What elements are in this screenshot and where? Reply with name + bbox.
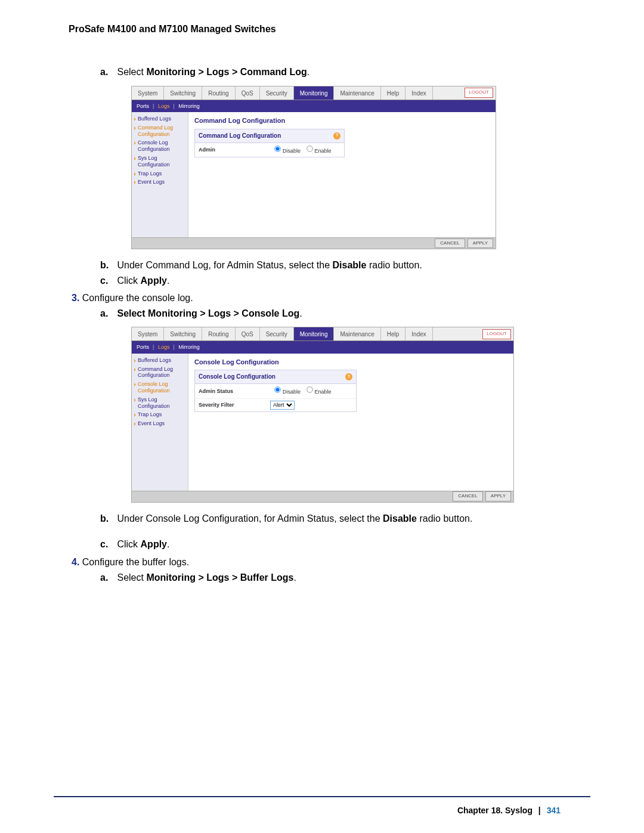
step-bold: Disable bbox=[333, 260, 367, 270]
document-header: ProSafe M4100 and M7100 Managed Switches bbox=[54, 24, 590, 64]
tab-monitoring[interactable]: Monitoring bbox=[294, 327, 335, 340]
tab-switching[interactable]: Switching bbox=[164, 327, 202, 340]
tab-index[interactable]: Index bbox=[405, 327, 432, 340]
step-b2: b. Under Console Log Configuration, for … bbox=[72, 511, 590, 527]
step-text: Select bbox=[117, 572, 146, 583]
tab-system[interactable]: System bbox=[132, 86, 164, 100]
footer-bar: CANCEL APPLY bbox=[132, 237, 496, 249]
tab-switching[interactable]: Switching bbox=[164, 86, 202, 100]
radio-enable[interactable] bbox=[306, 387, 312, 393]
panel-title: Command Log Configuration bbox=[199, 131, 281, 141]
admin-controls: Disable Enable bbox=[270, 145, 340, 155]
step-label: c. bbox=[100, 537, 114, 552]
sidebar-item-syslog[interactable]: Sys Log Configuration bbox=[133, 154, 187, 169]
step-text: Click bbox=[117, 539, 140, 549]
sidebar: Buffered Logs Command Log Configuration … bbox=[132, 354, 188, 491]
admin-label: Admin bbox=[199, 145, 270, 154]
sidebar-item-console-log[interactable]: Console Log Configuration bbox=[133, 380, 187, 395]
content-title: Console Log Configuration bbox=[194, 357, 507, 368]
sidebar-item-command-log[interactable]: Command Log Configuration bbox=[133, 365, 187, 380]
step-number: 3. bbox=[72, 293, 79, 303]
admin-status-label: Admin Status bbox=[199, 387, 270, 395]
subtab-logs[interactable]: Logs bbox=[158, 103, 170, 109]
period: . bbox=[293, 572, 296, 583]
subtab-sep: | bbox=[153, 103, 154, 109]
logout-wrap: LOGOUT bbox=[482, 327, 513, 340]
main-tabs: System Switching Routing QoS Security Mo… bbox=[132, 327, 513, 341]
step-number: 4. bbox=[72, 557, 79, 567]
sidebar: Buffered Logs Command Log Configuration … bbox=[132, 112, 188, 237]
step-3: 3. Configure the console log. bbox=[72, 290, 590, 306]
footer-rule bbox=[54, 796, 590, 797]
footer-sep: | bbox=[538, 806, 541, 815]
step-c1: c. Click Apply. bbox=[72, 273, 590, 289]
sidebar-item-buffered-logs[interactable]: Buffered Logs bbox=[133, 114, 187, 123]
step-bold: Monitoring > Logs > Command Log bbox=[146, 67, 306, 77]
step-label: b. bbox=[100, 511, 114, 527]
tab-system[interactable]: System bbox=[132, 327, 164, 340]
cancel-button[interactable]: CANCEL bbox=[453, 491, 482, 501]
apply-button[interactable]: APPLY bbox=[467, 239, 493, 249]
tab-security[interactable]: Security bbox=[260, 86, 294, 100]
sidebar-item-trap-logs[interactable]: Trap Logs bbox=[133, 169, 187, 178]
help-icon[interactable]: ? bbox=[345, 373, 352, 380]
sidebar-item-buffered-logs[interactable]: Buffered Logs bbox=[133, 356, 187, 365]
severity-select[interactable]: Alert bbox=[270, 401, 295, 410]
tab-routing[interactable]: Routing bbox=[202, 327, 235, 340]
step-4: 4. Configure the buffer logs. bbox=[72, 555, 590, 570]
sidebar-item-event-logs[interactable]: Event Logs bbox=[133, 419, 187, 428]
sidebar-item-trap-logs[interactable]: Trap Logs bbox=[133, 410, 187, 419]
tab-qos[interactable]: QoS bbox=[236, 86, 260, 100]
tab-help[interactable]: Help bbox=[381, 86, 406, 100]
sidebar-item-syslog[interactable]: Sys Log Configuration bbox=[133, 395, 187, 411]
subtab-logs[interactable]: Logs bbox=[158, 344, 170, 350]
admin-status-row: Admin Status Disable Enable bbox=[195, 384, 356, 398]
panel-header: Console Log Configuration ? bbox=[195, 370, 356, 384]
subtab-ports[interactable]: Ports bbox=[137, 344, 149, 350]
tab-help[interactable]: Help bbox=[381, 327, 406, 340]
tab-security[interactable]: Security bbox=[260, 327, 294, 340]
step-bold: Apply bbox=[141, 275, 167, 286]
radio-enable[interactable] bbox=[306, 145, 312, 151]
subtab-ports[interactable]: Ports bbox=[137, 103, 149, 109]
step-text: Configure the console log. bbox=[82, 293, 193, 303]
admin-row: Admin Disable Enable bbox=[195, 143, 344, 157]
cancel-button[interactable]: CANCEL bbox=[435, 239, 465, 249]
period: . bbox=[167, 539, 169, 549]
subtab-mirroring[interactable]: Mirroring bbox=[178, 103, 200, 109]
step-label: c. bbox=[100, 273, 114, 289]
logout-button[interactable]: LOGOUT bbox=[482, 329, 511, 339]
sidebar-item-event-logs[interactable]: Event Logs bbox=[133, 178, 187, 187]
tab-maintenance[interactable]: Maintenance bbox=[334, 327, 380, 340]
config-panel: Console Log Configuration ? Admin Status… bbox=[194, 370, 357, 411]
subtab-mirroring[interactable]: Mirroring bbox=[178, 344, 200, 350]
page-number: 341 bbox=[547, 806, 561, 815]
logout-button[interactable]: LOGOUT bbox=[465, 88, 493, 98]
radio-enable-label: Enable bbox=[315, 389, 332, 395]
tab-maintenance[interactable]: Maintenance bbox=[334, 86, 380, 100]
tab-routing[interactable]: Routing bbox=[202, 86, 235, 100]
comma: , select the bbox=[334, 513, 383, 524]
period: . bbox=[307, 67, 309, 77]
radio-disable[interactable] bbox=[274, 145, 280, 151]
screenshot-console-log: System Switching Routing QoS Security Mo… bbox=[131, 327, 514, 502]
tab-index[interactable]: Index bbox=[405, 86, 432, 100]
sidebar-item-console-log[interactable]: Console Log Configuration bbox=[133, 138, 187, 154]
step-text: radio button. bbox=[366, 260, 422, 270]
tab-monitoring[interactable]: Monitoring bbox=[294, 86, 335, 100]
step-label: a. bbox=[100, 306, 114, 321]
step-bold: Monitoring > Logs > Buffer Logs bbox=[146, 572, 293, 583]
apply-button[interactable]: APPLY bbox=[485, 491, 511, 501]
step-text: Under Command Log, for Admin Status, sel… bbox=[117, 260, 332, 270]
radio-enable-label: Enable bbox=[315, 148, 332, 154]
step-c2: c. Click Apply. bbox=[72, 537, 590, 552]
radio-disable[interactable] bbox=[274, 387, 280, 393]
help-icon[interactable]: ? bbox=[333, 132, 340, 140]
content-area: Console Log Configuration Console Log Co… bbox=[188, 354, 513, 491]
sidebar-item-command-log[interactable]: Command Log Configuration bbox=[133, 123, 187, 139]
chapter-label: Chapter 18. Syslog bbox=[457, 806, 532, 815]
step-bold: Select Monitoring > Logs > Console Log bbox=[117, 308, 299, 318]
subtab-sep: | bbox=[153, 344, 154, 350]
footer-bar: CANCEL APPLY bbox=[132, 491, 513, 502]
tab-qos[interactable]: QoS bbox=[236, 327, 260, 340]
